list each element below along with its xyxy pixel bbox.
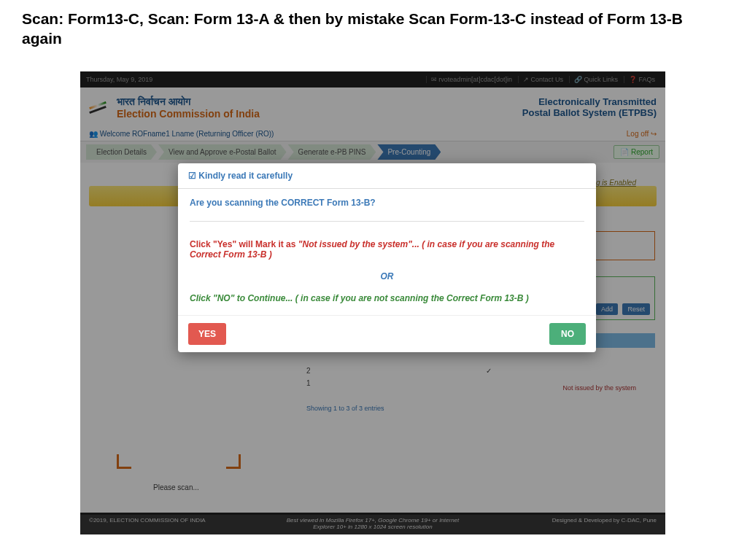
modal-header: Kindly read it carefully bbox=[178, 163, 596, 189]
yes-button[interactable]: YES bbox=[188, 323, 226, 345]
modal-yes-instruction: Click "Yes" will Mark it as "Not issued … bbox=[190, 239, 584, 260]
modal-no-instruction: Click "NO" to Continue... ( in case if y… bbox=[190, 293, 584, 303]
confirmation-modal: Kindly read it carefully Are you scannin… bbox=[178, 163, 596, 352]
modal-question: Are you scanning the CORRECT Form 13-B? bbox=[190, 198, 584, 208]
slide-title: Scan: Form13-C, Scan: Form 13-A & then b… bbox=[0, 0, 747, 55]
footer-copyright: ©2019, ELECTION COMMISSION OF INDIA bbox=[89, 517, 278, 530]
footer-developer: Designed & Developed by C-DAC, Pune bbox=[468, 517, 657, 530]
divider bbox=[190, 221, 584, 222]
no-button[interactable]: NO bbox=[549, 323, 586, 345]
modal-footer: YES NO bbox=[178, 315, 596, 352]
footer: ©2019, ELECTION COMMISSION OF INDIA Best… bbox=[80, 513, 665, 534]
footer-browser-info: Best viewed in Mozilla Firefox 17+, Goog… bbox=[278, 517, 467, 530]
modal-or-text: OR bbox=[190, 271, 584, 281]
